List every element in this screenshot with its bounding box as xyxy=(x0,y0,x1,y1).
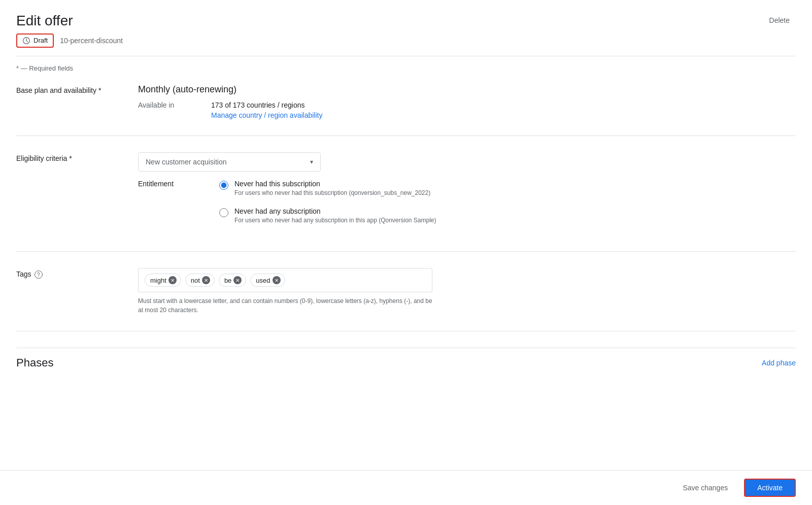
eligibility-dropdown-value: New customer acquisition xyxy=(146,158,227,166)
draft-label: Draft xyxy=(33,37,48,44)
radio-option-never-had-any[interactable]: Never had any subscription For users who… xyxy=(219,207,796,225)
eligibility-section: Eligibility criteria * New customer acqu… xyxy=(16,152,796,252)
clock-icon xyxy=(22,37,30,45)
available-in-label: Available in xyxy=(138,101,199,109)
tags-input-box[interactable]: might ✕ not ✕ be ✕ used ✕ xyxy=(138,268,432,292)
availability-count: 173 of 173 countries / regions xyxy=(211,101,322,109)
radio-never-had-any-label: Never had any subscription xyxy=(234,207,796,215)
tag-chip-might-label: might xyxy=(150,277,166,284)
entitlement-label: Entitlement xyxy=(138,180,174,188)
save-changes-button[interactable]: Save changes xyxy=(674,480,736,496)
tag-chip-might-remove[interactable]: ✕ xyxy=(168,276,177,284)
tag-chip-used-remove[interactable]: ✕ xyxy=(273,276,281,284)
tags-label: Tags xyxy=(16,270,31,278)
tag-chip-be-label: be xyxy=(224,277,231,284)
add-phase-link[interactable]: Add phase xyxy=(762,359,796,367)
base-plan-label: Base plan and availability * xyxy=(16,86,101,94)
footer-bar: Save changes Activate xyxy=(0,470,812,505)
offer-id: 10-percent-discount xyxy=(60,37,123,45)
help-icon[interactable]: ? xyxy=(35,271,43,279)
tag-chip-not-label: not xyxy=(191,277,200,284)
radio-option-never-had-this[interactable]: Never had this subscription For users wh… xyxy=(219,180,796,197)
radio-never-had-this[interactable] xyxy=(219,181,228,190)
tag-chip-be-remove[interactable]: ✕ xyxy=(233,276,242,284)
tag-chip-not-remove[interactable]: ✕ xyxy=(202,276,210,284)
tag-chip-used-label: used xyxy=(256,277,270,284)
manage-availability-link[interactable]: Manage country / region availability xyxy=(211,111,322,119)
tag-chip-might: might ✕ xyxy=(145,274,181,287)
eligibility-label: Eligibility criteria * xyxy=(16,154,72,162)
chevron-down-icon: ▾ xyxy=(310,158,313,165)
radio-never-had-this-desc: For users who never had this subscriptio… xyxy=(234,189,796,197)
tag-chip-be: be ✕ xyxy=(219,274,246,287)
radio-never-had-any[interactable] xyxy=(219,208,228,217)
tags-hint: Must start with a lowercase letter, and … xyxy=(138,296,432,315)
entitlement-options: Never had this subscription For users wh… xyxy=(219,180,796,235)
base-plan-section: Base plan and availability * Monthly (au… xyxy=(16,84,796,136)
phases-title: Phases xyxy=(16,356,53,369)
tag-chip-used: used ✕ xyxy=(250,274,285,287)
plan-name: Monthly (auto-renewing) xyxy=(138,84,796,95)
radio-never-had-any-desc: For users who never had any subscription… xyxy=(234,216,796,225)
activate-button[interactable]: Activate xyxy=(744,479,796,497)
phases-section: Phases Add phase xyxy=(16,356,796,378)
tags-section: Tags ? might ✕ not ✕ be ✕ used ✕ xyxy=(16,268,796,331)
eligibility-dropdown[interactable]: New customer acquisition ▾ xyxy=(138,152,321,172)
draft-badge[interactable]: Draft xyxy=(16,33,54,48)
page-title: Edit offer xyxy=(16,12,73,29)
phases-divider xyxy=(16,348,796,348)
delete-button[interactable]: Delete xyxy=(763,12,796,28)
tag-chip-not: not ✕ xyxy=(185,274,215,287)
required-note: * — Required fields xyxy=(16,64,796,72)
header-divider xyxy=(16,56,796,56)
radio-never-had-this-label: Never had this subscription xyxy=(234,180,796,188)
